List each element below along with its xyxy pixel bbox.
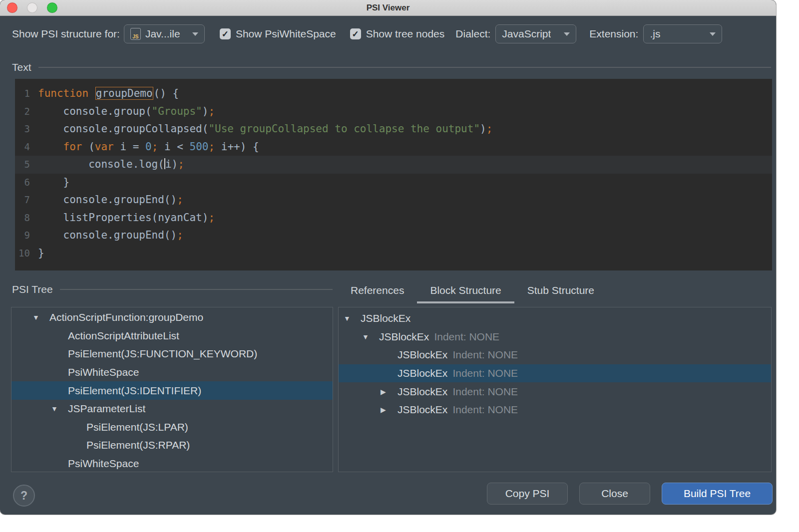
chevron-down-icon [192, 32, 198, 36]
build-psi-tree-button[interactable]: Build PSI Tree [662, 483, 773, 505]
checkbox-check-icon: ✓ [350, 28, 361, 39]
tree-item-label: JSBlockEx [398, 349, 447, 361]
tree-item-label: ActionScriptAttributeList [68, 330, 179, 342]
line-number: 1 [15, 85, 38, 103]
collapse-arrow-icon[interactable]: ▼ [362, 333, 379, 341]
line-number: 8 [15, 209, 38, 227]
tree-item[interactable]: PsiElement(JS:IDENTIFIER) [11, 381, 333, 400]
tree-item[interactable]: ▼ActionScriptFunction:groupDemo [11, 308, 333, 327]
code-text: console.groupCollapsed("Use groupCollaps… [38, 120, 492, 138]
close-button[interactable]: Close [579, 483, 650, 505]
dialect-label: Dialect: [455, 28, 490, 40]
psi-tree-section-header: PSI Tree [12, 282, 333, 296]
code-line[interactable]: 1function groupDemo() { [15, 85, 772, 103]
tree-item-detail: Indent: NONE [452, 404, 518, 416]
tree-item-label: JSBlockEx [398, 404, 447, 416]
javascript-file-icon: JS [130, 28, 141, 40]
tree-item[interactable]: ▼JSBlockExIndent: NONE [339, 328, 771, 346]
code-text: for (var i = 0; i < 500; i++) { [38, 138, 259, 156]
tree-item[interactable]: ▶JSBlockExIndent: NONE [339, 401, 771, 419]
tab-references[interactable]: References [338, 278, 417, 303]
structure-tabs: References Block Structure Stub Structur… [338, 278, 607, 303]
code-text: console.log(i); [38, 156, 184, 174]
code-text: listProperties(nyanCat); [38, 209, 215, 227]
expand-arrow-icon[interactable]: ▶ [381, 388, 398, 396]
code-text: } [38, 245, 44, 263]
show-tree-nodes-checkbox[interactable]: ✓ Show tree nodes [350, 28, 445, 40]
text-section-label: Text [12, 61, 31, 73]
tree-item[interactable]: PsiElement(JS:RPAR) [11, 436, 333, 455]
tree-item-detail: Indent: NONE [452, 386, 518, 398]
code-text: function groupDemo() { [38, 85, 179, 103]
expand-arrow-icon[interactable]: ▶ [381, 406, 398, 414]
tree-item[interactable]: ActionScriptAttributeList [11, 327, 333, 345]
collapse-arrow-icon[interactable]: ▼ [344, 314, 361, 322]
tree-item-label: PsiElement(JS:IDENTIFIER) [68, 385, 201, 397]
line-number: 9 [15, 227, 38, 245]
code-line[interactable]: 7 console.groupEnd(); [15, 191, 772, 209]
collapse-arrow-icon[interactable]: ▼ [32, 313, 49, 321]
code-line[interactable]: 2 console.group("Groups"); [15, 103, 772, 121]
tree-item-label: PsiWhiteSpace [68, 458, 139, 470]
code-text: console.group("Groups"); [38, 103, 215, 121]
chevron-down-icon [710, 32, 716, 36]
tree-item-label: PsiElement(JS:RPAR) [86, 439, 190, 451]
code-line[interactable]: 8 listProperties(nyanCat); [15, 209, 772, 227]
tree-item[interactable]: ▼JSBlockEx [339, 309, 771, 328]
line-number: 6 [15, 174, 38, 192]
show-psiwhitespace-checkbox[interactable]: ✓ Show PsiWhiteSpace [220, 28, 336, 40]
tree-item[interactable]: PsiElement(JS:LPAR) [11, 418, 333, 437]
tree-item-label: PsiElement(JS:LPAR) [86, 421, 188, 433]
help-button[interactable]: ? [13, 485, 35, 507]
section-divider [60, 289, 333, 290]
collapse-arrow-icon[interactable]: ▼ [51, 405, 68, 413]
file-selector-value: Jav...ile [145, 28, 180, 40]
code-line[interactable]: 3 console.groupCollapsed("Use groupColla… [15, 120, 772, 138]
code-line[interactable]: 5 console.log(i); [15, 156, 772, 174]
tree-item-detail: Indent: NONE [452, 367, 518, 379]
line-number: 4 [15, 138, 38, 156]
tree-item-detail: Indent: NONE [434, 331, 499, 343]
tree-item-label: PsiElement(JS:FUNCTION_KEYWORD) [68, 348, 257, 360]
psi-viewer-window: PSI Viewer Show PSI structure for: JS Ja… [0, 0, 776, 515]
line-number: 7 [15, 191, 38, 209]
line-number: 10 [15, 245, 38, 263]
tab-stub-structure[interactable]: Stub Structure [514, 278, 607, 303]
footer-buttons: Copy PSI Close Build PSI Tree [487, 483, 773, 505]
code-text: console.groupEnd(); [38, 191, 183, 209]
file-selector-dropdown[interactable]: JS Jav...ile [124, 24, 205, 43]
extension-value: .js [650, 28, 660, 40]
code-line[interactable]: 4 for (var i = 0; i < 500; i++) { [15, 138, 772, 156]
code-text: } [38, 174, 69, 192]
dialect-dropdown[interactable]: JavaScript [495, 24, 576, 43]
extension-dropdown[interactable]: .js [643, 24, 722, 43]
tab-block-structure[interactable]: Block Structure [417, 278, 514, 303]
line-number: 5 [15, 156, 38, 174]
code-line[interactable]: 10} [15, 245, 772, 263]
checkbox-label: Show tree nodes [366, 28, 445, 40]
tree-item[interactable]: JSBlockExIndent: NONE [339, 346, 771, 364]
tree-item[interactable]: ▼JSParameterList [11, 400, 333, 418]
copy-psi-button[interactable]: Copy PSI [487, 483, 568, 505]
tree-item[interactable]: PsiWhiteSpace [11, 455, 333, 472]
psi-tree-panel[interactable]: ▼ActionScriptFunction:groupDemoActionScr… [11, 307, 333, 472]
code-line[interactable]: 6 } [15, 174, 772, 192]
tree-item-label: PsiWhiteSpace [68, 366, 139, 378]
tree-item[interactable]: ▶JSBlockExIndent: NONE [339, 382, 771, 401]
tree-item[interactable]: JSBlockExIndent: NONE [339, 364, 771, 383]
tree-item[interactable]: PsiElement(JS:FUNCTION_KEYWORD) [11, 345, 333, 363]
code-editor[interactable]: 1function groupDemo() {2 console.group("… [15, 79, 772, 270]
tree-item-label: JSBlockEx [361, 312, 410, 324]
block-structure-panel[interactable]: ▼JSBlockEx▼JSBlockExIndent: NONEJSBlockE… [338, 307, 772, 472]
checkbox-label: Show PsiWhiteSpace [236, 28, 336, 40]
window-title: PSI Viewer [0, 0, 776, 15]
tree-item[interactable]: PsiWhiteSpace [11, 363, 333, 382]
chevron-down-icon [564, 32, 570, 36]
line-number: 3 [15, 120, 38, 138]
tree-item-label: JSBlockEx [379, 331, 429, 343]
tree-item-label: ActionScriptFunction:groupDemo [49, 311, 203, 323]
code-line[interactable]: 9 console.groupEnd(); [15, 227, 772, 245]
dialect-value: JavaScript [502, 28, 551, 40]
tree-item-label: JSBlockEx [398, 386, 447, 398]
tree-item-detail: Indent: NONE [452, 349, 518, 361]
